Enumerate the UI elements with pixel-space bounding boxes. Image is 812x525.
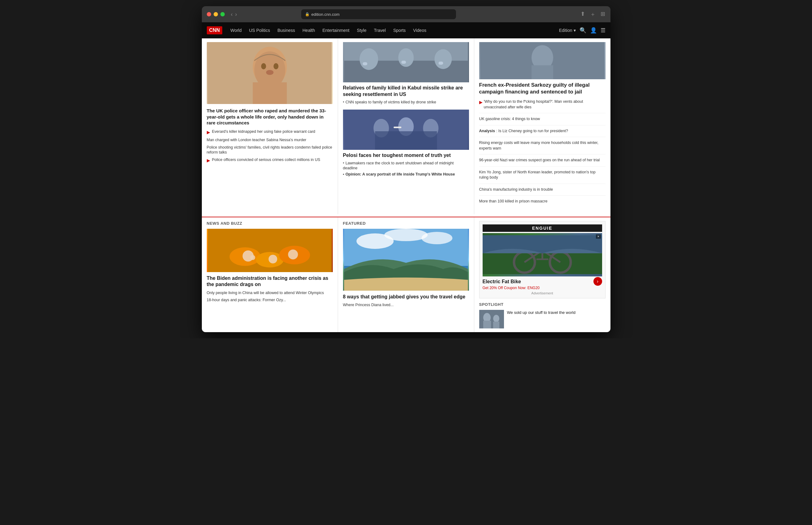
cnn-website: CNN World US Politics Business Health En… xyxy=(202,22,611,332)
article-link-3[interactable]: Police shooting victims' families, civil… xyxy=(207,145,333,155)
nav-business[interactable]: Business xyxy=(274,25,298,35)
left-column: The UK police officer who raped and murd… xyxy=(202,39,338,214)
svg-rect-53 xyxy=(483,321,491,328)
browser-titlebar: ‹ › 🔒 edition.cnn.com ⬆ ＋ ⊞ xyxy=(202,6,611,22)
article-link-4[interactable]: ▶ Police officers convicted of serious c… xyxy=(207,157,333,163)
right-link-6[interactable]: Kim Yo Jong, sister of North Korean lead… xyxy=(479,170,605,184)
nav-entertainment[interactable]: Entertainment xyxy=(319,25,352,35)
news-buzz-label: News and buzz xyxy=(207,221,333,226)
svg-rect-6 xyxy=(253,82,287,104)
main-navigation: CNN World US Politics Business Health En… xyxy=(202,22,611,39)
featured-sub1[interactable]: Where Princess Diana lived... xyxy=(343,302,469,308)
spotlight-item[interactable]: We sold up our stuff to travel the world xyxy=(479,310,605,328)
lock-icon: 🔒 xyxy=(305,12,310,16)
search-icon[interactable]: 🔍 xyxy=(580,27,586,34)
add-tab-icon[interactable]: ＋ xyxy=(590,11,596,18)
nav-style[interactable]: Style xyxy=(354,25,370,35)
nav-world[interactable]: World xyxy=(227,25,244,35)
ad-close[interactable]: ✕ xyxy=(596,234,601,239)
right-link-5[interactable]: 96-year-old Nazi war crimes suspect goes… xyxy=(479,158,605,167)
browser-controls: ‹ › xyxy=(231,11,237,18)
spotlight-text: We sold up our stuff to travel the world xyxy=(507,310,575,315)
browser-window: ‹ › 🔒 edition.cnn.com ⬆ ＋ ⊞ CNN World US… xyxy=(202,6,611,332)
svg-rect-55 xyxy=(493,321,499,328)
news-buzz-title[interactable]: The Biden administration is facing anoth… xyxy=(207,275,333,288)
forward-button[interactable]: › xyxy=(235,11,237,18)
sarkozy-title[interactable]: French ex-President Sarkozy guilty of il… xyxy=(479,82,605,95)
minimize-button[interactable] xyxy=(214,12,218,16)
svg-rect-13 xyxy=(401,61,406,64)
right-link-7[interactable]: China's manufacturing industry is in tro… xyxy=(479,187,605,196)
advertisement-block: ENGUIE ✕ xyxy=(479,221,605,298)
play-icon-2: ▶ xyxy=(207,158,210,163)
pelosi-image xyxy=(343,109,469,150)
share-icon[interactable]: ⬆ xyxy=(581,11,585,18)
ad-cta-button[interactable]: › xyxy=(593,277,602,286)
nav-us-politics[interactable]: US Politics xyxy=(246,25,273,35)
maximize-button[interactable] xyxy=(221,12,225,16)
ad-footer: Advertisement xyxy=(483,291,602,295)
spotlight-label: Spotlight xyxy=(479,302,605,307)
featured-title[interactable]: 8 ways that getting jabbed gives you the… xyxy=(343,294,469,300)
ad-image: ✕ xyxy=(483,233,602,276)
svg-rect-33 xyxy=(208,229,332,272)
sarkozy-image xyxy=(479,42,605,79)
right-column: French ex-President Sarkozy guilty of il… xyxy=(474,39,611,214)
svg-rect-12 xyxy=(362,62,367,65)
spotlight-section: Spotlight We sold up our stuff to tr xyxy=(479,302,605,328)
grid-icon[interactable]: ⊞ xyxy=(601,11,605,18)
featured-image xyxy=(343,229,469,291)
nav-travel[interactable]: Travel xyxy=(371,25,389,35)
news-buzz-sub2[interactable]: 18-hour days and panic attacks: Former O… xyxy=(207,298,333,302)
kabul-image xyxy=(343,42,469,82)
article-link-2[interactable]: Man charged with London teacher Sabina N… xyxy=(207,137,333,142)
spotlight-thumbnail xyxy=(479,310,504,328)
story-pelosi: Pelosi faces her toughest moment of trut… xyxy=(343,109,469,177)
pelosi-sub2: •Opinion: A scary portrait of life insid… xyxy=(343,172,469,177)
nav-links: World US Politics Business Health Entert… xyxy=(227,25,559,35)
lower-right-column: ENGUIE ✕ xyxy=(474,217,611,332)
nav-health[interactable]: Health xyxy=(299,25,318,35)
pelosi-title[interactable]: Pelosi faces her toughest moment of trut… xyxy=(343,152,469,159)
play-icon-1: ▶ xyxy=(207,130,210,135)
edition-dropdown[interactable]: Edition ▾ xyxy=(559,28,576,33)
user-icon[interactable]: 👤 xyxy=(590,27,597,34)
menu-icon[interactable]: ☰ xyxy=(601,27,605,34)
url-display: edition.cnn.com xyxy=(312,12,340,17)
svg-point-11 xyxy=(434,49,452,69)
svg-point-3 xyxy=(261,63,266,69)
lower-left-column: News and buzz The Biden administrat xyxy=(202,217,338,332)
nav-videos[interactable]: Videos xyxy=(410,25,430,35)
story-kabul: Relatives of family killed in Kabul miss… xyxy=(343,42,469,105)
address-bar[interactable]: 🔒 edition.cnn.com xyxy=(301,9,456,19)
kabul-title[interactable]: Relatives of family killed in Kabul miss… xyxy=(343,85,469,98)
back-button[interactable]: ‹ xyxy=(231,11,233,18)
hero-image xyxy=(207,42,333,104)
right-link-2[interactable]: UK gasoline crisis: 4 things to know xyxy=(479,116,605,125)
right-link-8[interactable]: More than 100 killed in prison massacre xyxy=(479,199,605,207)
svg-point-9 xyxy=(359,48,378,70)
ad-brand-logo: ENGUIE xyxy=(483,224,602,232)
svg-rect-24 xyxy=(480,42,604,79)
svg-rect-14 xyxy=(438,62,443,65)
cnn-logo[interactable]: CNN xyxy=(207,26,223,34)
svg-point-54 xyxy=(493,315,499,322)
lower-mid-column: Featured xyxy=(338,217,474,332)
close-button[interactable] xyxy=(207,12,211,16)
browser-actions: ⬆ ＋ ⊞ xyxy=(581,11,605,18)
svg-rect-20 xyxy=(393,126,401,128)
right-link-1[interactable]: ▶ 'Why do you run to the f*cking hospita… xyxy=(479,99,605,113)
svg-point-4 xyxy=(273,63,278,69)
featured-label: Featured xyxy=(343,221,469,226)
left-main-title[interactable]: The UK police officer who raped and murd… xyxy=(207,108,333,126)
right-link-4[interactable]: Rising energy costs will leave many more… xyxy=(479,140,605,154)
ad-subtitle: Get 20% Off Coupon Now: ENG20 xyxy=(483,286,540,290)
article-link-1[interactable]: ▶ Everard's killer kidnapped her using f… xyxy=(207,129,333,135)
traffic-lights xyxy=(207,12,225,16)
nav-sports[interactable]: Sports xyxy=(390,25,409,35)
lower-section: News and buzz The Biden administrat xyxy=(202,217,611,332)
svg-point-38 xyxy=(384,229,427,241)
svg-rect-51 xyxy=(479,310,504,328)
right-link-3[interactable]: Analysis: Is Liz Cheney going to run for… xyxy=(479,129,605,137)
news-buzz-sub1[interactable]: Only people living in China will be allo… xyxy=(207,290,333,295)
